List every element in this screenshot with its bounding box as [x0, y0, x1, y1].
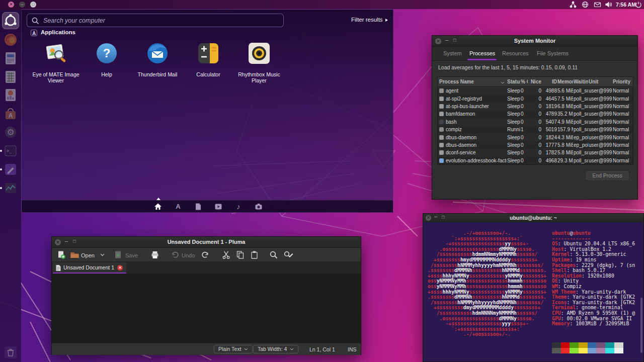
process-row[interactable]: at-spi2-registrydSleeping0046457.5 MiBpo… — [438, 95, 633, 102]
launcher-item-system-monitor[interactable] — [2, 179, 19, 197]
process-row[interactable]: at-spi-bus-launcherSleeping0018196.8 MiB… — [438, 103, 633, 110]
launcher-item-terminal[interactable]: >_ — [2, 142, 19, 159]
panel-minimize-button[interactable]: – — [19, 2, 25, 8]
process-cell: 1824 — [542, 135, 557, 140]
app-help[interactable]: ? — [95, 41, 119, 65]
music-lens-icon[interactable]: ♪ — [234, 203, 243, 211]
process-cell: 4789 — [542, 111, 557, 117]
process-row[interactable]: compizRunning105019157.9 MiBpoll_schedul… — [438, 126, 633, 133]
column-waiting[interactable]: Waiting Channel — [574, 79, 588, 84]
tab-processes[interactable]: Processes — [469, 50, 495, 56]
terminal-scrollbar[interactable] — [640, 298, 642, 353]
column-process-name[interactable]: Process Name — [438, 79, 507, 84]
files-lens-icon[interactable] — [194, 203, 202, 211]
power-icon[interactable] — [635, 1, 642, 8]
language-selector[interactable]: Plain Text — [214, 345, 253, 353]
process-row[interactable]: agentSleeping0049885.6 MiBpoll_schedule_… — [438, 87, 633, 95]
search-box[interactable] — [27, 14, 284, 27]
impress-icon — [2, 86, 19, 104]
process-cell: user@999 — [589, 158, 612, 163]
process-table-header[interactable]: Process Name Status % CPU Nice ID Memory… — [438, 77, 633, 87]
open-folder-icon[interactable] — [70, 250, 79, 259]
process-name-cell: agent — [438, 88, 507, 94]
launcher-item-firefox[interactable] — [2, 31, 19, 48]
panel-close-button[interactable]: ✕ — [8, 2, 14, 8]
column-priority[interactable]: Priority — [613, 79, 632, 84]
redo-icon[interactable] — [201, 250, 210, 259]
column-cpu[interactable]: % CPU — [521, 79, 528, 84]
new-document-icon[interactable] — [57, 250, 66, 259]
tab-close-icon[interactable]: ✕ — [117, 265, 123, 270]
pluma-statusbar: Plain Text Tab Width: 4 Ln 1, Col 1 INS — [52, 343, 361, 355]
process-row[interactable]: evolution-addressbook-factorySleeping004… — [438, 157, 633, 164]
save-button[interactable]: Save — [125, 252, 138, 258]
print-icon[interactable] — [150, 250, 159, 259]
volume-icon[interactable] — [605, 1, 612, 8]
paste-icon[interactable] — [250, 250, 259, 259]
process-row[interactable]: bashSleeping0054074.9 MiBpoll_schedule_t… — [438, 118, 633, 126]
app-calculator[interactable] — [196, 41, 220, 65]
cut-icon[interactable] — [222, 250, 230, 259]
process-name-cell: dconf-service — [438, 150, 507, 155]
tab-label: Unsaved Document 1 — [63, 264, 114, 270]
search-input[interactable] — [43, 14, 280, 27]
process-row[interactable]: dconf-serviceSleeping0017825.8 MiBpoll_s… — [438, 149, 633, 156]
process-row[interactable]: dbus-daemonSleeping0017775.8 MiBep_pollu… — [438, 141, 633, 149]
column-nice[interactable]: Nice — [528, 79, 541, 84]
process-row[interactable]: bamfdaemonSleeping00478935.2 MiBpoll_sch… — [438, 110, 633, 118]
lens-bar: A ♪ — [22, 200, 393, 212]
pluma-titlebar[interactable]: ✕ – □ Unsaved Document 1 - Pluma — [52, 237, 361, 248]
launcher-item-dash-home[interactable] — [2, 12, 19, 29]
column-unit[interactable]: Unit — [589, 79, 612, 84]
app-eye-of-mate[interactable] — [44, 41, 68, 65]
share-icon[interactable] — [570, 1, 577, 8]
launcher-item-trash[interactable] — [2, 344, 19, 361]
find-replace-icon[interactable] — [283, 250, 293, 259]
tab-system[interactable]: System — [443, 50, 462, 56]
app-thunderbird[interactable] — [145, 41, 170, 65]
editor-area[interactable] — [52, 274, 361, 343]
photos-lens-icon[interactable] — [255, 203, 263, 211]
process-cell: Normal — [613, 135, 632, 140]
applications-lens-icon[interactable]: A — [174, 203, 182, 211]
app-rhythmbox[interactable] — [247, 41, 271, 65]
home-lens-icon[interactable] — [154, 203, 162, 211]
mail-icon[interactable] — [594, 1, 601, 8]
panel-maximize-button[interactable]: □ — [30, 2, 36, 8]
save-icon[interactable] — [114, 250, 122, 259]
terminal-body[interactable]: .-/+oossssoo+/-. `:+ssssssssssssssssss+:… — [423, 222, 643, 362]
palette-swatch — [588, 348, 597, 353]
column-memory[interactable]: Memory — [557, 79, 573, 84]
document-tab[interactable]: Unsaved Document 1 ✕ — [53, 262, 126, 273]
process-rows: agentSleeping0049885.6 MiBpoll_schedule_… — [438, 87, 633, 164]
open-dropdown-chevron-icon[interactable] — [100, 253, 105, 256]
open-button[interactable]: Open — [81, 252, 95, 258]
column-status[interactable]: Status — [507, 79, 520, 84]
system-monitor-titlebar[interactable]: ✕ – □ System Monitor — [432, 36, 637, 47]
terminal-titlebar[interactable]: ✕ – □ ubuntu@ubuntu: ~ — [423, 214, 643, 222]
process-cell: 0 — [521, 150, 528, 155]
tab-width-selector[interactable]: Tab Width: 4 — [253, 345, 298, 353]
column-id[interactable]: ID — [542, 79, 557, 84]
end-process-button[interactable]: End Process — [585, 170, 629, 181]
monitor-graph-icon — [2, 179, 19, 197]
launcher-item-libreoffice-writer[interactable] — [2, 50, 19, 67]
undo-button[interactable]: Undo — [182, 252, 195, 258]
process-row[interactable]: dbus-daemonSleeping0018244.3 MiBep_pollu… — [438, 133, 633, 141]
launcher-item-ubuntu-software[interactable]: A — [2, 105, 19, 122]
video-lens-icon[interactable] — [214, 203, 222, 211]
launcher-item-text-editor[interactable] — [2, 161, 19, 178]
launcher-item-libreoffice-impress[interactable] — [2, 86, 19, 104]
top-panel: ✕ – □ 7:56 AM — [0, 0, 644, 9]
process-cell: 0 — [528, 96, 541, 102]
globe-icon[interactable] — [582, 1, 589, 8]
find-icon[interactable] — [269, 250, 278, 259]
clock[interactable]: 7:56 AM — [616, 2, 636, 8]
copy-icon[interactable] — [236, 250, 245, 259]
tab-file-systems[interactable]: File Systems — [537, 50, 569, 56]
tab-resources[interactable]: Resources — [502, 50, 529, 56]
undo-icon[interactable] — [171, 250, 180, 259]
launcher-item-libreoffice-calc[interactable] — [2, 68, 19, 85]
filter-results-button[interactable]: Filter results — [351, 17, 388, 23]
launcher-item-system-settings[interactable]: ⚙ — [2, 124, 19, 141]
